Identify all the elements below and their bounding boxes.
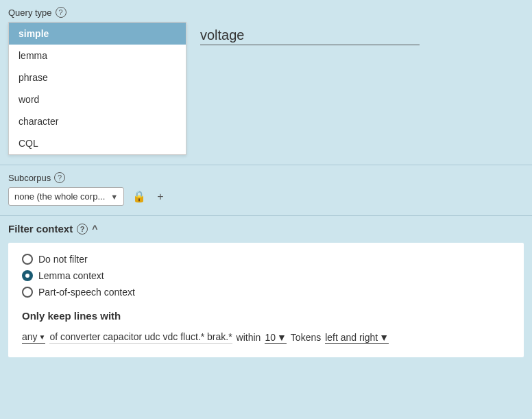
filter-row: any ▼ of converter capacitor udc vdc flu… — [22, 331, 510, 344]
query-type-dropdown: simple lemma phrase word character CQL — [8, 22, 186, 155]
subcorpus-add-button[interactable]: + — [154, 189, 166, 204]
subcorpus-value: none (the whole corp... — [14, 191, 105, 202]
subcorpus-lock-button[interactable]: 🔒 — [130, 189, 149, 204]
of-text: of converter capacitor udc vdc fluct.* b… — [49, 331, 232, 344]
subcorpus-section: Subcorpus ? none (the whole corp... ▼ 🔒 … — [0, 165, 532, 215]
left-right-select[interactable]: left and right ▼ — [325, 332, 389, 344]
subcorpus-label: Subcorpus ? — [8, 172, 524, 183]
number-arrow-icon: ▼ — [277, 332, 287, 343]
radio-label-pos-context: Part-of-speech context — [38, 287, 135, 298]
query-input[interactable] — [200, 27, 420, 45]
subcorpus-arrow-icon: ▼ — [110, 193, 118, 201]
radio-lemma-context[interactable]: Lemma context — [22, 270, 510, 281]
query-type-text: Query type — [8, 8, 52, 18]
within-text: within — [237, 332, 261, 343]
query-type-label: Query type ? — [8, 7, 524, 18]
filter-context-section: Filter context ? ^ Do not filter Lemma c… — [0, 215, 532, 367]
number-value: 10 — [265, 332, 276, 343]
filter-context-help-icon[interactable]: ? — [77, 224, 88, 235]
subcorpus-help-icon[interactable]: ? — [54, 172, 65, 183]
query-type-item-cql[interactable]: CQL — [9, 132, 186, 154]
filter-context-collapse-icon[interactable]: ^ — [92, 224, 97, 235]
tokens-label: Tokens — [291, 332, 321, 343]
query-type-item-word[interactable]: word — [9, 88, 186, 110]
query-input-area — [186, 22, 524, 45]
radio-do-not-filter[interactable]: Do not filter — [22, 254, 510, 265]
query-type-item-lemma[interactable]: lemma — [9, 45, 186, 67]
query-type-item-simple[interactable]: simple — [9, 23, 186, 45]
radio-group: Do not filter Lemma context Part-of-spee… — [22, 254, 510, 298]
left-right-arrow-icon: ▼ — [379, 332, 389, 343]
number-select[interactable]: 10 ▼ — [265, 332, 286, 344]
radio-circle-do-not-filter — [22, 254, 33, 265]
radio-label-do-not-filter: Do not filter — [38, 254, 88, 265]
left-right-label: left and right — [325, 332, 378, 343]
radio-label-lemma-context: Lemma context — [38, 270, 104, 281]
query-type-item-character[interactable]: character — [9, 110, 186, 132]
any-select[interactable]: any ▼ — [22, 331, 45, 344]
query-type-section: Query type ? simple lemma phrase word ch… — [0, 0, 532, 165]
radio-circle-lemma-context — [22, 270, 33, 281]
subcorpus-row: none (the whole corp... ▼ 🔒 + — [8, 187, 524, 206]
radio-circle-pos-context — [22, 287, 33, 298]
radio-pos-context[interactable]: Part-of-speech context — [22, 287, 510, 298]
any-label: any — [22, 331, 38, 342]
query-row: simple lemma phrase word character CQL — [8, 22, 524, 155]
filter-context-header: Filter context ? ^ — [8, 223, 524, 235]
filter-context-content: Do not filter Lemma context Part-of-spee… — [8, 243, 524, 357]
query-type-help-icon[interactable]: ? — [56, 7, 66, 18]
only-keep-label: Only keep lines with — [22, 310, 510, 322]
query-type-item-phrase[interactable]: phrase — [9, 67, 186, 88]
any-arrow-icon: ▼ — [39, 333, 46, 341]
subcorpus-dropdown[interactable]: none (the whole corp... ▼ — [8, 187, 124, 206]
filter-context-label: Filter context — [8, 223, 73, 235]
subcorpus-text: Subcorpus — [8, 173, 51, 183]
